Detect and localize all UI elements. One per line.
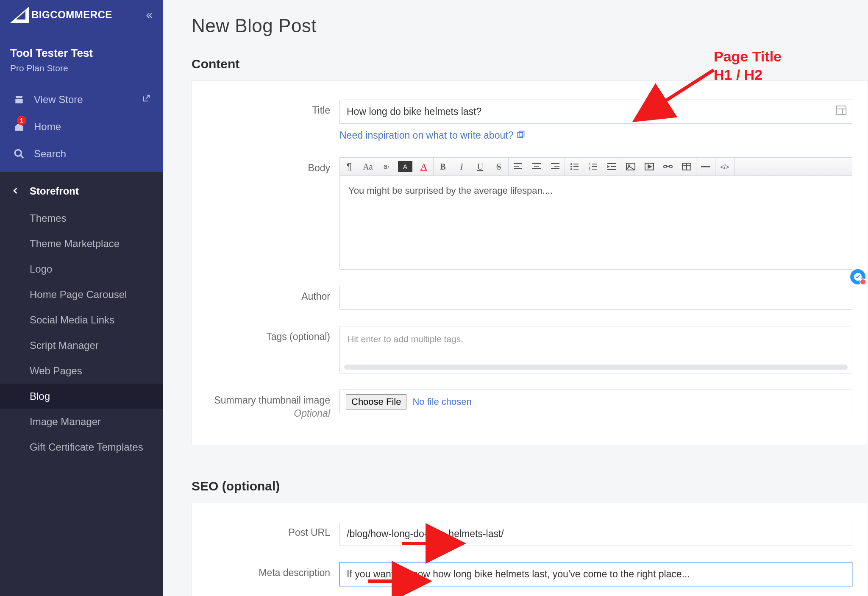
nav-search[interactable]: Search xyxy=(0,140,163,167)
inspiration-link-label: Need inspiration on what to write about? xyxy=(339,130,513,141)
seo-panel: Post URL Meta description xyxy=(192,503,868,596)
tags-label: Tags (optional) xyxy=(200,326,339,343)
tb-paragraph-icon[interactable]: ¶ xyxy=(340,158,359,175)
submenu-item-blog[interactable]: Blog xyxy=(0,384,163,409)
sidebar: BIGCOMMERCE « Tool Tester Test Pro Plan … xyxy=(0,0,163,596)
tb-table-icon[interactable] xyxy=(677,158,696,175)
tb-italic-icon[interactable]: I xyxy=(452,158,471,175)
nav-label: View Store xyxy=(34,94,83,106)
submenu-item-web-pages[interactable]: Web Pages xyxy=(0,358,163,384)
meta-description-input[interactable] xyxy=(339,562,852,586)
title-label: Title xyxy=(200,100,339,116)
file-status: No file chosen xyxy=(412,396,471,407)
tb-font-size-icon[interactable]: a↕ xyxy=(377,158,396,175)
brand-mark-icon xyxy=(10,7,29,23)
tb-hr-icon[interactable] xyxy=(696,158,715,175)
body-label: Body xyxy=(200,157,339,174)
body-editor: ¶ Aa a↕ A A B I U S xyxy=(339,157,852,270)
meta-description-label: Meta description xyxy=(200,562,339,579)
nav-label: Home xyxy=(34,121,61,133)
sidebar-submenu: Storefront Themes Theme Marketplace Logo… xyxy=(0,172,163,460)
plan-name: Pro Plan Store xyxy=(10,63,153,73)
submenu-item-script-manager[interactable]: Script Manager xyxy=(0,333,163,358)
seo-section-title: SEO (optional) xyxy=(192,479,868,493)
chevron-left-icon xyxy=(12,185,25,197)
svg-marker-37 xyxy=(648,165,651,168)
submenu-item-social-media-links[interactable]: Social Media Links xyxy=(0,307,163,333)
brand-name: BIGCOMMERCE xyxy=(31,9,112,21)
author-input[interactable] xyxy=(339,286,852,310)
sidebar-header: BIGCOMMERCE « Tool Tester Test Pro Plan … xyxy=(0,0,163,86)
svg-text:3: 3 xyxy=(589,168,590,170)
tb-strike-icon[interactable]: S xyxy=(490,158,508,175)
svg-rect-4 xyxy=(837,106,846,114)
editor-toolbar: ¶ Aa a↕ A A B I U S xyxy=(340,158,852,176)
tb-text-color-icon[interactable]: A xyxy=(415,158,433,175)
tags-input[interactable]: Hit enter to add multiple tags. xyxy=(339,326,852,373)
tb-source-icon[interactable]: </> xyxy=(715,158,734,175)
tb-font-family-icon[interactable]: Aa xyxy=(359,158,377,175)
tags-placeholder: Hit enter to add multiple tags. xyxy=(348,334,463,344)
svg-point-18 xyxy=(570,163,572,165)
tb-ul-icon[interactable] xyxy=(565,158,584,175)
collapse-sidebar-icon[interactable]: « xyxy=(146,8,153,22)
content-panel: Title Need inspiration on what to write … xyxy=(192,81,868,445)
store-name: Tool Tester Test xyxy=(10,47,153,60)
body-textarea[interactable]: You might be surprised by the average li… xyxy=(340,176,852,269)
main-content: New Blog Post Content Title Need inspira… xyxy=(163,0,868,596)
content-section-title: Content xyxy=(192,57,868,71)
tb-text-bgcolor-icon[interactable]: A xyxy=(396,158,415,175)
post-url-input[interactable] xyxy=(339,522,852,546)
title-input[interactable] xyxy=(339,100,852,124)
tags-scrollbar[interactable] xyxy=(344,365,848,370)
svg-rect-8 xyxy=(519,131,524,136)
svg-point-20 xyxy=(570,166,572,167)
title-aux-icon[interactable] xyxy=(836,106,846,117)
page-title: New Blog Post xyxy=(192,15,868,36)
tb-bold-icon[interactable]: B xyxy=(434,158,452,175)
submenu-item-themes[interactable]: Themes xyxy=(0,206,163,231)
sidebar-primary-nav: View Store 1 Home Search xyxy=(0,86,163,172)
nav-label: Search xyxy=(34,148,66,160)
help-widget[interactable] xyxy=(850,269,865,284)
submenu-item-logo[interactable]: Logo xyxy=(0,256,163,282)
submenu-back[interactable]: Storefront xyxy=(0,177,163,206)
svg-point-22 xyxy=(570,168,572,170)
author-label: Author xyxy=(200,286,339,302)
popup-icon xyxy=(517,130,525,141)
tb-indent-icon[interactable] xyxy=(602,158,621,175)
nav-view-store[interactable]: View Store xyxy=(0,86,163,113)
submenu-title: Storefront xyxy=(30,185,79,197)
nav-home[interactable]: 1 Home xyxy=(0,113,163,140)
submenu-item-image-manager[interactable]: Image Manager xyxy=(0,409,163,434)
post-url-label: Post URL xyxy=(200,522,339,538)
tb-image-icon[interactable] xyxy=(621,158,640,175)
external-link-icon xyxy=(142,94,151,106)
svg-marker-0 xyxy=(10,7,29,23)
submenu-item-theme-marketplace[interactable]: Theme Marketplace xyxy=(0,231,163,256)
tb-video-icon[interactable] xyxy=(640,158,659,175)
brand-logo[interactable]: BIGCOMMERCE xyxy=(10,7,112,23)
tb-link-icon[interactable] xyxy=(659,158,677,175)
submenu-item-home-page-carousel[interactable]: Home Page Carousel xyxy=(0,282,163,307)
home-badge: 1 xyxy=(17,116,26,125)
search-icon xyxy=(12,148,26,159)
tb-align-center-icon[interactable] xyxy=(527,158,546,175)
storefront-icon xyxy=(12,94,26,105)
inspiration-link[interactable]: Need inspiration on what to write about? xyxy=(339,130,525,141)
svg-marker-31 xyxy=(607,165,610,168)
thumbnail-file-picker: Choose File No file chosen xyxy=(339,390,852,414)
choose-file-button[interactable]: Choose File xyxy=(346,394,406,409)
svg-point-2 xyxy=(15,150,21,156)
tb-underline-icon[interactable]: U xyxy=(471,158,490,175)
thumbnail-sublabel: Optional xyxy=(200,408,330,419)
tb-align-left-icon[interactable] xyxy=(509,158,527,175)
svg-line-3 xyxy=(20,155,23,158)
tb-align-right-icon[interactable] xyxy=(546,158,565,175)
thumbnail-label: Summary thumbnail image Optional xyxy=(200,390,339,419)
svg-rect-7 xyxy=(518,133,523,138)
tb-ol-icon[interactable]: 123 xyxy=(584,158,602,175)
submenu-item-gift-certificate-templates[interactable]: Gift Certificate Templates xyxy=(0,434,163,460)
